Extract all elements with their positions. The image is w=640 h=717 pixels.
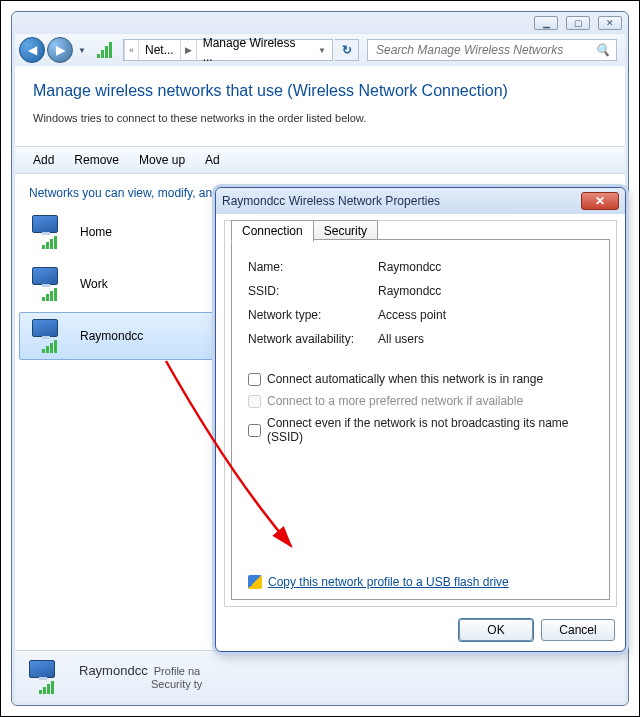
network-icon [25, 660, 67, 694]
search-box[interactable]: 🔍 [367, 39, 617, 61]
tab-connection-page: Name: Raymondcc SSID: Raymondcc Network … [231, 239, 610, 600]
network-label: Home [80, 225, 112, 239]
value-type: Access point [378, 308, 593, 322]
checkbox-preferred-input [248, 395, 261, 408]
crumb-dropdown-icon[interactable]: ▼ [312, 46, 332, 55]
toolbar-add[interactable]: Add [23, 147, 64, 173]
checkbox-broadcast-label: Connect even if the network is not broad… [267, 416, 593, 444]
checkbox-preferred: Connect to a more preferred network if a… [248, 394, 593, 408]
history-dropdown[interactable]: ▼ [75, 37, 89, 63]
label-type: Network type: [248, 308, 378, 322]
dialog-title: Raymondcc Wireless Network Properties [222, 194, 440, 208]
checkbox-broadcast-input[interactable] [248, 424, 261, 437]
copy-profile-link[interactable]: Copy this network profile to a USB flash… [268, 575, 509, 589]
checkbox-auto-connect-input[interactable] [248, 373, 261, 386]
details-pane: Raymondcc Profile na Security ty [15, 650, 625, 702]
network-label: Work [80, 277, 108, 291]
forward-button[interactable]: ▶ [47, 37, 73, 63]
network-icon [28, 319, 70, 353]
footer-name: Raymondcc [79, 663, 148, 678]
close-button[interactable]: ✕ [598, 16, 622, 30]
back-button[interactable]: ◀ [19, 37, 45, 63]
search-icon: 🔍 [595, 43, 610, 57]
nav-bar: ◀ ▶ ▼ « Net... ▶ Manage Wireless ... ▼ ↻… [15, 34, 625, 66]
value-name: Raymondcc [378, 260, 593, 274]
label-ssid: SSID: [248, 284, 378, 298]
dialog-close-button[interactable]: ✕ [581, 192, 619, 210]
page-title: Manage wireless networks that use (Wirel… [33, 82, 607, 100]
value-availability: All users [378, 332, 593, 346]
cancel-button[interactable]: Cancel [541, 619, 615, 641]
crumb-chevron-icon: ▶ [180, 40, 197, 60]
maximize-button[interactable]: ▢ [566, 16, 590, 30]
checkbox-broadcast[interactable]: Connect even if the network is not broad… [248, 416, 593, 444]
crumb-manage[interactable]: Manage Wireless ... [197, 40, 312, 60]
network-icon [28, 267, 70, 301]
checkbox-auto-connect[interactable]: Connect automatically when this network … [248, 372, 593, 386]
crumb-net[interactable]: Net... [139, 40, 180, 60]
toolbar-ad[interactable]: Ad [195, 147, 230, 173]
network-icon [28, 215, 70, 249]
value-ssid: Raymondcc [378, 284, 593, 298]
checkbox-auto-connect-label: Connect automatically when this network … [267, 372, 543, 386]
footer-profile-label: Profile na [154, 665, 200, 677]
minimize-button[interactable]: ▁ [534, 16, 558, 30]
shield-icon [248, 575, 262, 589]
label-availability: Network availability: [248, 332, 378, 346]
crumb-arrow-icon: « [124, 40, 139, 60]
properties-dialog: Raymondcc Wireless Network Properties ✕ … [215, 187, 626, 652]
tab-connection[interactable]: Connection [231, 220, 314, 242]
page-subtitle: Windows tries to connect to these networ… [33, 112, 607, 124]
ok-button[interactable]: OK [459, 619, 533, 641]
search-input[interactable] [374, 42, 595, 58]
address-bar[interactable]: « Net... ▶ Manage Wireless ... ▼ [123, 39, 333, 61]
network-label: Raymondcc [80, 329, 143, 343]
dialog-title-bar: Raymondcc Wireless Network Properties ✕ [216, 188, 625, 214]
footer-security-label: Security ty [151, 678, 202, 690]
label-name: Name: [248, 260, 378, 274]
checkbox-preferred-label: Connect to a more preferred network if a… [267, 394, 523, 408]
refresh-button[interactable]: ↻ [335, 39, 359, 61]
toolbar: Add Remove Move up Ad [15, 146, 625, 174]
signal-icon [95, 40, 117, 60]
toolbar-moveup[interactable]: Move up [129, 147, 195, 173]
title-bar: ▁ ▢ ✕ [12, 12, 628, 34]
toolbar-remove[interactable]: Remove [64, 147, 129, 173]
